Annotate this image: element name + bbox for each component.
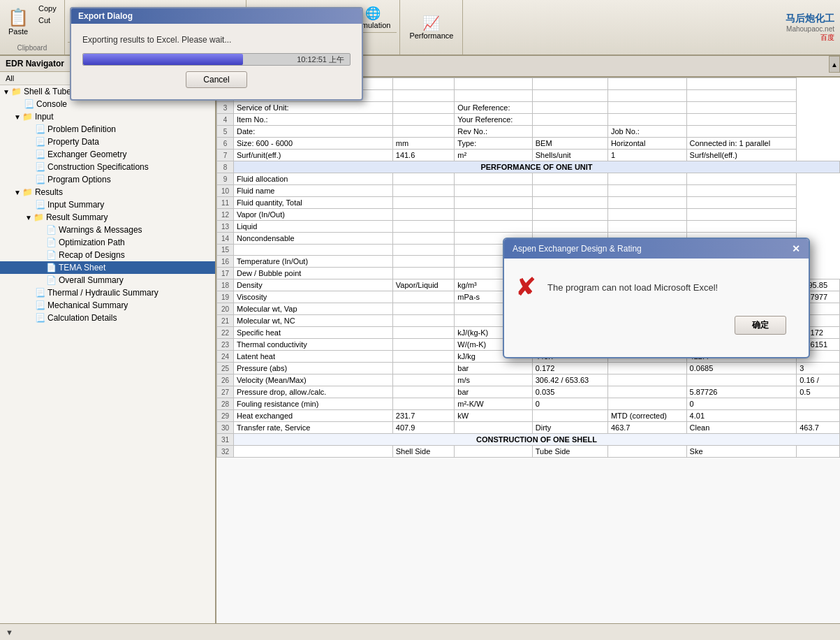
row-number: 32 — [217, 446, 234, 458]
table-cell — [607, 363, 686, 374]
sidebar-item-result-summary[interactable]: ▼📁Result Summary — [0, 211, 215, 224]
table-cell: Heat exchanged — [234, 410, 393, 422]
table-row: 32Shell SideTube SideSke — [217, 446, 840, 458]
doc-icon: 📃 — [35, 300, 45, 310]
tree-toggle-result-summary[interactable]: ▼ — [25, 214, 32, 221]
sidebar-item-property-data[interactable]: 📃Property Data — [0, 136, 215, 148]
table-cell — [686, 114, 797, 126]
table-cell — [455, 446, 532, 458]
error-message: The program can not load Microsoft Excel… — [547, 282, 718, 293]
row-number: 29 — [217, 410, 234, 422]
row-number: 10 — [217, 185, 234, 197]
table-cell — [234, 245, 393, 256]
table-row: 31CONSTRUCTION OF ONE SHELL — [217, 434, 840, 446]
sidebar-item-calculation-details[interactable]: 📃Calculation Details — [0, 312, 215, 324]
table-cell — [392, 173, 455, 185]
error-dialog-close-button[interactable]: ✕ — [792, 243, 800, 254]
table-cell — [607, 185, 686, 197]
table-cell: Molecular wt, Vap — [234, 303, 393, 315]
tree-toggle-shell-tube[interactable]: ▼ — [3, 88, 10, 96]
sidebar-item-tema-sheet[interactable]: 📄TEMA Sheet — [0, 261, 215, 274]
table-cell — [392, 245, 455, 256]
doc-small-icon: 📄 — [46, 238, 57, 247]
table-cell: Temperature (In/Out) — [234, 256, 393, 268]
tree-toggle-input[interactable]: ▼ — [14, 113, 21, 121]
doc-icon: 📃 — [35, 313, 45, 323]
simulation-icon: 🌐 — [365, 6, 381, 21]
toolbar-right: 马后炮化工 Mahoupaoc.net 百度 — [786, 0, 840, 54]
table-cell — [607, 398, 686, 410]
sidebar-item-construction-specs[interactable]: 📃Construction Specifications — [0, 161, 215, 173]
sidebar-item-recap-designs[interactable]: 📄Recap of Designs — [0, 249, 215, 261]
sidebar-item-optimization-path[interactable]: 📄Optimization Path — [0, 236, 215, 249]
sidebar: EDR Navigator All ▼📁Shell & Tube📃Console… — [0, 56, 216, 623]
table-cell — [392, 315, 455, 327]
row-number: 27 — [217, 386, 234, 398]
performance-buttons: 📈 Performance — [403, 3, 459, 52]
table-cell: 463.7 — [797, 422, 840, 434]
error-ok-button[interactable]: 确定 — [735, 316, 786, 335]
row-number: 18 — [217, 279, 234, 291]
table-cell — [686, 197, 797, 209]
row-number: 23 — [217, 339, 234, 351]
sidebar-item-problem-def[interactable]: 📃Problem Definition — [0, 123, 215, 136]
row-number: 7 — [217, 150, 234, 161]
folder-icon: 📁 — [34, 212, 44, 222]
table-row: 3Service of Unit:Our Reference: — [217, 102, 840, 114]
sidebar-item-label: Warnings & Messages — [59, 225, 142, 235]
table-cell: Size: 600 - 6000 — [234, 138, 393, 150]
table-cell: Tube Side — [532, 446, 607, 458]
sidebar-item-label: Program Options — [47, 175, 111, 184]
table-cell — [392, 209, 455, 221]
doc-icon: 📃 — [35, 200, 45, 210]
export-cancel-button[interactable]: Cancel — [186, 71, 246, 88]
tree-toggle-results[interactable]: ▼ — [14, 189, 21, 196]
error-dialog-title: Aspen Exchanger Design & Rating ✕ — [504, 239, 809, 259]
table-cell — [455, 422, 532, 434]
table-cell: Ske — [686, 446, 797, 458]
paste-button[interactable]: 📋 Paste — [3, 3, 34, 41]
copy-button[interactable]: Copy — [34, 3, 61, 14]
row-number: 13 — [217, 221, 234, 233]
doc-small-icon: 📄 — [46, 275, 57, 285]
table-cell: Dirty — [532, 422, 607, 434]
table-cell: Vapor/Liquid — [392, 279, 455, 291]
table-cell — [607, 221, 686, 233]
table-cell — [392, 303, 455, 315]
export-message: Exporting results to Excel. Please wait.… — [82, 35, 351, 45]
table-row: 12 Vapor (In/Out) — [217, 209, 840, 221]
doc-icon: 📃 — [35, 137, 45, 147]
scroll-up-button[interactable]: ▲ — [829, 56, 840, 73]
doc-icon: 📃 — [35, 124, 45, 134]
table-cell: 0.5 — [797, 386, 840, 398]
table-cell — [392, 339, 455, 351]
sidebar-item-warnings-messages[interactable]: 📄Warnings & Messages — [0, 224, 215, 236]
sidebar-item-results[interactable]: ▼📁Results — [0, 186, 215, 198]
row-number: 31 — [217, 434, 234, 446]
table-cell: Surf/shell(eff.) — [686, 150, 797, 161]
performance-button[interactable]: 📈 Performance — [403, 12, 459, 43]
table-cell — [532, 209, 607, 221]
sidebar-item-input[interactable]: ▼📁Input — [0, 110, 215, 123]
sidebar-tree: ▼📁Shell & Tube📃Console▼📁Input📃Problem De… — [0, 85, 215, 324]
sidebar-item-label: Mechanical Summary — [47, 300, 128, 310]
table-cell: 306.42 / 653.63 — [532, 374, 607, 386]
table-cell — [607, 197, 686, 209]
table-cell: Noncondensable — [234, 233, 393, 245]
row-number: 12 — [217, 209, 234, 221]
sidebar-item-program-options[interactable]: 📃Program Options — [0, 173, 215, 186]
sidebar-item-thermal-hydraulic[interactable]: 📃Thermal / Hydraulic Summary — [0, 286, 215, 299]
table-cell: m/s — [455, 374, 532, 386]
cut-button[interactable]: Cut — [34, 15, 61, 26]
sidebar-item-input-summary[interactable]: 📃Input Summary — [0, 198, 215, 211]
sidebar-item-overall-summary[interactable]: 📄Overall Summary — [0, 274, 215, 286]
sidebar-item-mechanical-summary[interactable]: 📃Mechanical Summary — [0, 299, 215, 312]
table-cell — [392, 197, 455, 209]
table-row: 11Fluid quantity, Total — [217, 197, 840, 209]
table-cell — [455, 221, 532, 233]
clipboard-small-buttons: Copy Cut — [34, 3, 61, 41]
sidebar-item-exchanger-geometry[interactable]: 📃Exchanger Geometry — [0, 148, 215, 161]
table-row: 5Date:Rev No.:Job No.: — [217, 126, 840, 138]
table-cell — [686, 209, 797, 221]
sidebar-item-label: Property Data — [47, 137, 99, 147]
